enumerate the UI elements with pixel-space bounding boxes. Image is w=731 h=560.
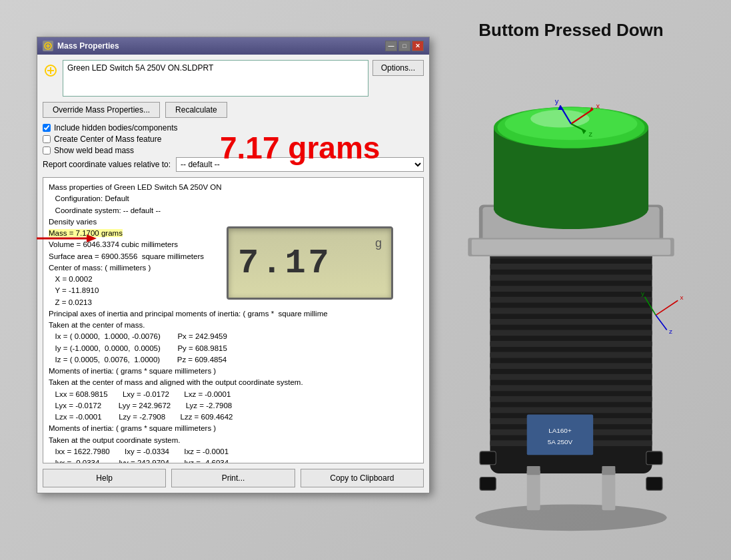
content-line: Lzx = -0.0001 Lzy = -2.7908 Lzz = 609.46… [49, 412, 418, 423]
svg-rect-9 [490, 308, 652, 314]
svg-text:LA160+: LA160+ [548, 427, 572, 434]
override-button[interactable]: Override Mass Properties... [43, 102, 160, 118]
copy-clipboard-button[interactable]: Copy to Clipboard [301, 469, 424, 487]
svg-rect-16 [490, 385, 652, 391]
svg-rect-6 [490, 275, 652, 281]
hidden-bodies-checkbox[interactable] [43, 124, 51, 132]
file-name-display: Green LED Switch 5A 250V ON.SLDPRT [63, 60, 368, 97]
content-line: Iy = (-1.0000, 0.0000, 0.0005) Py = 608.… [49, 343, 418, 354]
svg-rect-51 [602, 469, 615, 510]
mass-properties-text[interactable]: Mass properties of Green LED Switch 5A 2… [43, 177, 424, 463]
page-title: Buttom Pressed Down [431, 20, 711, 41]
dialog-icon [43, 41, 53, 51]
svg-text:y: y [641, 290, 644, 297]
svg-rect-8 [490, 297, 652, 303]
svg-rect-14 [490, 363, 652, 369]
action-row: Override Mass Properties... Recalculate [43, 102, 424, 118]
content-line: Lyx = -0.0172 Lyy = 242.9672 Lyz = -2.79… [49, 400, 418, 412]
svg-rect-5 [490, 264, 652, 270]
content-line: Taken at the center of mass. [49, 320, 418, 331]
svg-rect-50 [527, 469, 540, 510]
content-line: Configuration: Default [49, 193, 418, 204]
content-line: Mass properties of Green LED Switch 5A 2… [49, 182, 418, 193]
file-icon [43, 63, 59, 79]
svg-rect-18 [490, 408, 652, 414]
dialog-titlebar: Mass Properties — □ ✕ [37, 37, 429, 55]
svg-rect-55 [646, 451, 662, 465]
options-button[interactable]: Options... [372, 60, 424, 76]
coordinate-select[interactable]: -- default -- [176, 157, 424, 172]
content-line: Coordinate system: -- default -- [49, 205, 418, 216]
print-button[interactable]: Print... [171, 469, 295, 487]
svg-rect-57 [646, 477, 662, 491]
titlebar-controls[interactable]: — □ ✕ [385, 41, 424, 51]
content-line: Iz = ( 0.0005, 0.0076, 1.0000) Pz = 609.… [49, 354, 418, 366]
weld-bead-checkbox[interactable] [43, 146, 51, 154]
hidden-bodies-label: Include hidden bodies/components [54, 123, 177, 133]
checkbox-center-mass[interactable]: Create Center of Mass feature [43, 135, 424, 144]
content-line: Lxx = 608.9815 Lxy = -0.0172 Lxz = -0.00… [49, 389, 418, 400]
content-line: Taken at the output coordinate system. [49, 435, 418, 446]
svg-rect-56 [480, 477, 496, 491]
checkbox-hidden-bodies[interactable]: Include hidden bodies/components [43, 123, 424, 133]
center-mass-checkbox[interactable] [43, 135, 51, 143]
recalculate-button[interactable]: Recalculate [165, 102, 227, 118]
svg-rect-7 [490, 286, 652, 292]
content-line: Moments of inertia: ( grams * square mil… [49, 366, 418, 377]
svg-text:x: x [680, 294, 684, 301]
coordinate-dropdown-row: Report coordinate values relative to: --… [43, 157, 424, 172]
svg-text:z: z [589, 130, 593, 138]
checkbox-weld-bead[interactable]: Show weld bead mass [43, 146, 424, 155]
svg-text:x: x [596, 102, 600, 110]
svg-rect-52 [527, 466, 540, 475]
titlebar-left: Mass Properties [43, 41, 119, 51]
content-line: Taken at the center of mass and aligned … [49, 377, 418, 388]
svg-text:5A 250V: 5A 250V [548, 438, 573, 445]
lcd-number: 7.17 [238, 244, 332, 283]
svg-text:z: z [669, 328, 672, 335]
file-name-row: Green LED Switch 5A 250V ON.SLDPRT Optio… [43, 60, 424, 97]
lcd-display: 7.17 g [227, 226, 393, 300]
content-line: Moments of inertia: ( grams * square mil… [49, 423, 418, 434]
svg-text:y: y [555, 97, 559, 105]
dropdown-label: Report coordinate values relative to: [43, 160, 171, 169]
center-mass-label: Create Center of Mass feature [54, 135, 161, 144]
svg-rect-11 [490, 330, 652, 336]
svg-rect-10 [490, 319, 652, 325]
button-visual: LA160+ 5A 250V x y z x y z [431, 54, 711, 532]
content-line: Ixx = 1622.7980 Ixy = -0.0334 Ixz = -0.0… [49, 446, 418, 457]
content-line: Principal axes of inertia and principal … [49, 308, 418, 320]
svg-rect-54 [480, 451, 496, 465]
svg-point-34 [530, 110, 589, 128]
right-panel: Buttom Pressed Down L [431, 20, 711, 534]
bottom-buttons-row: Help Print... Copy to Clipboard [43, 469, 424, 487]
content-line: Iyx = -0.0334 Iyy = 242.9704 Iyz = -4.60… [49, 457, 418, 463]
dialog-title: Mass Properties [57, 41, 119, 51]
lcd-unit: g [375, 236, 382, 250]
maximize-button[interactable]: □ [398, 41, 410, 51]
svg-rect-17 [490, 396, 652, 402]
weld-bead-label: Show weld bead mass [54, 146, 134, 155]
close-button[interactable]: ✕ [412, 41, 424, 51]
help-button[interactable]: Help [43, 469, 166, 487]
svg-rect-13 [490, 352, 652, 358]
svg-point-0 [475, 504, 666, 531]
svg-rect-53 [602, 466, 615, 475]
svg-rect-15 [490, 374, 652, 380]
minimize-button[interactable]: — [385, 41, 397, 51]
svg-rect-26 [527, 415, 593, 455]
svg-line-44 [656, 300, 678, 315]
svg-rect-25 [472, 240, 670, 255]
content-line: Ix = ( 0.0000, 1.0000, -0.0076) Px = 242… [49, 331, 418, 342]
svg-rect-12 [490, 341, 652, 347]
svg-line-46 [656, 315, 667, 330]
